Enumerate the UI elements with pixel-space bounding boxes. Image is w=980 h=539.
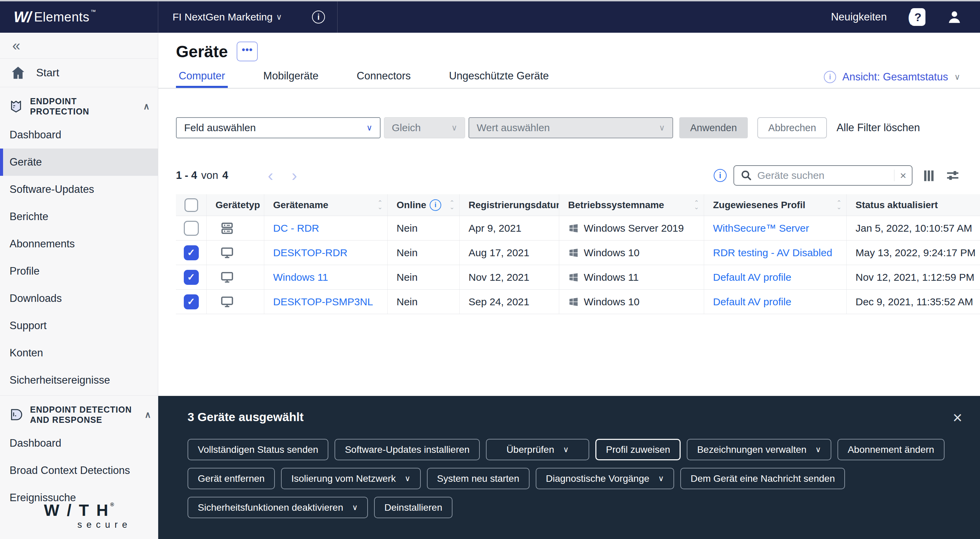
install-software-updates-button[interactable]: Software-Updates installieren — [334, 439, 480, 460]
os-name: Windows 10 — [584, 296, 640, 308]
chevron-down-icon: ∨ — [659, 123, 665, 133]
collapse-sidebar-icon[interactable]: « — [12, 38, 20, 53]
sidebar-item-label: Broad Context Detections — [10, 464, 130, 477]
apply-filter-button[interactable]: Anwenden — [679, 117, 748, 138]
column-header-betriebssystemname[interactable]: Betriebssystemname ⌃⌄ — [559, 194, 704, 216]
help-icon[interactable]: ( ? — [908, 8, 926, 26]
device-name-link[interactable]: Windows 11 — [273, 271, 328, 283]
row-checkbox[interactable]: ✓ — [184, 245, 199, 260]
tab-mobilgeraete[interactable]: Mobilgeräte — [261, 66, 321, 88]
previous-page-icon[interactable]: ‹ — [268, 167, 273, 184]
sort-icon[interactable]: ⌃⌄ — [694, 201, 699, 209]
sidebar: « Start ENDPOINT PROTECTION ∧ Dashboard … — [0, 33, 158, 539]
device-name-link[interactable]: DESKTOP-PSMP3NL — [273, 296, 373, 308]
search-input[interactable] — [757, 170, 889, 181]
change-subscription-button[interactable]: Abonnement ändern — [837, 439, 945, 460]
registration-date: Aug 17, 2021 — [469, 247, 530, 258]
news-link[interactable]: Neuigkeiten — [831, 11, 887, 23]
more-actions-button[interactable]: ••• — [237, 41, 258, 61]
column-header-geraetetyp[interactable]: Gerätetyp ⌃⌄ — [207, 194, 264, 216]
sidebar-item-abonnements[interactable]: Abonnements — [0, 230, 158, 258]
table-row[interactable]: ✓ DESKTOP-PSMP3NL Nein Sep 24, 2021 Wind… — [176, 290, 980, 314]
select-all-checkbox[interactable]: ✓ — [185, 198, 198, 212]
filter-field-select[interactable]: Feld auswählen ∨ — [176, 117, 380, 138]
filter-operator-select[interactable]: Gleich ∨ — [384, 117, 465, 138]
column-settings-icon[interactable] — [921, 168, 936, 183]
chevron-down-icon: ∨ — [954, 72, 960, 82]
clear-all-filters-link[interactable]: Alle Filter löschen — [837, 122, 920, 134]
table-row[interactable]: ✓ Windows 11 Nein Nov 12, 2021 Windows 1… — [176, 265, 980, 290]
sidebar-item-geraete[interactable]: Geräte — [0, 149, 158, 176]
send-full-status-button[interactable]: Vollständigen Status senden — [188, 439, 328, 460]
status-updated: May 13, 2022, 9:24:17 PM — [856, 247, 975, 258]
uninstall-button[interactable]: Deinstallieren — [374, 497, 452, 518]
cancel-filter-button[interactable]: Abbrechen — [757, 117, 827, 138]
user-account-icon[interactable] — [947, 9, 962, 25]
remove-device-button[interactable]: Gerät entfernen — [188, 468, 275, 489]
tab-computer[interactable]: Computer — [176, 66, 228, 88]
column-header-online[interactable]: Online i ⌃⌄ — [388, 194, 460, 216]
network-isolation-dropdown-button[interactable]: Isolierung vom Netzwerk∨ — [281, 468, 420, 489]
row-checkbox[interactable]: ✓ — [184, 294, 199, 309]
send-message-button[interactable]: Dem Gerät eine Nachricht senden — [680, 468, 845, 489]
clear-search-icon[interactable]: × — [900, 169, 906, 182]
disable-security-dropdown-button[interactable]: Sicherheitsfunktionen deaktivieren∨ — [188, 497, 368, 518]
org-selector[interactable]: FI NextGen Marketing ∨ i — [158, 2, 337, 33]
sidebar-item-downloads[interactable]: Downloads — [0, 285, 158, 312]
table-row[interactable]: ✓ DESKTOP-RDR Nein Aug 17, 2021 Windows … — [176, 241, 980, 265]
registration-date: Sep 24, 2021 — [469, 296, 530, 308]
restart-system-button[interactable]: System neu starten — [427, 468, 530, 489]
row-checkbox[interactable]: ✓ — [184, 270, 199, 285]
column-header-status-aktualisiert[interactable]: Status aktualisiert — [847, 194, 980, 216]
sidebar-item-dashboard[interactable]: Dashboard — [0, 121, 158, 149]
sidebar-item-software-updates[interactable]: Software-Updates — [0, 176, 158, 203]
os-name: Windows 11 — [584, 271, 639, 283]
device-search[interactable]: × — [733, 165, 913, 186]
sidebar-item-profile[interactable]: Profile — [0, 258, 158, 285]
sort-icon[interactable]: ⌃⌄ — [449, 201, 455, 209]
sort-icon[interactable]: ⌃⌄ — [837, 201, 842, 209]
assigned-profile-link[interactable]: Default AV profile — [713, 271, 791, 283]
org-info-icon[interactable]: i — [312, 11, 325, 24]
row-checkbox[interactable]: ✓ — [184, 221, 199, 236]
table-row[interactable]: ✓ DC - RDR Nein Apr 9, 2021 Windows Serv… — [176, 216, 980, 241]
column-header-registrierungsdatum[interactable]: Registrierungsdatum ⌃⌄ — [460, 194, 559, 216]
scan-dropdown-button[interactable]: Überprüfen∨ — [486, 439, 589, 460]
diagnostics-dropdown-button[interactable]: Diagnostische Vorgänge∨ — [536, 468, 674, 489]
filter-operator-value: Gleich — [392, 122, 421, 133]
device-name-link[interactable]: DESKTOP-RDR — [273, 247, 347, 258]
sidebar-item-edr-dashboard[interactable]: Dashboard — [0, 430, 158, 457]
assigned-profile-link[interactable]: WithSecure™ Server — [713, 222, 809, 234]
chevron-down-icon: ∨ — [658, 474, 664, 483]
assign-profile-button[interactable]: Profil zuweisen — [595, 439, 681, 460]
sort-icon[interactable]: ⌃⌄ — [377, 201, 383, 209]
sidebar-item-berichte[interactable]: Berichte — [0, 203, 158, 230]
section-edr[interactable]: ENDPOINT DETECTION AND RESPONSE ∧ — [0, 396, 158, 430]
table-info-icon[interactable]: i — [714, 169, 727, 182]
filter-value-select[interactable]: Wert auswählen ∨ — [469, 117, 673, 138]
section-endpoint-protection[interactable]: ENDPOINT PROTECTION ∧ — [0, 87, 158, 121]
manage-labels-dropdown-button[interactable]: Bezeichnungen verwalten∨ — [687, 439, 831, 460]
column-header-zugewiesenes-profil[interactable]: Zugewiesenes Profil ⌃⌄ — [704, 194, 847, 216]
next-page-icon[interactable]: › — [291, 167, 297, 184]
sidebar-item-support[interactable]: Support — [0, 312, 158, 339]
view-selector[interactable]: i Ansicht: Gesamtstatus ∨ — [824, 71, 960, 83]
column-header-geraetename[interactable]: Gerätename ⌃⌄ — [264, 194, 388, 216]
assigned-profile-link[interactable]: RDR testing - AV Disabled — [713, 247, 832, 258]
sidebar-item-start[interactable]: Start — [0, 59, 158, 87]
chevron-down-icon: ∨ — [366, 123, 372, 133]
close-icon[interactable]: × — [953, 409, 962, 426]
sidebar-item-konten[interactable]: Konten — [0, 339, 158, 366]
device-name-link[interactable]: DC - RDR — [273, 222, 319, 234]
table-filter-settings-icon[interactable] — [945, 168, 960, 183]
layout: « Start ENDPOINT PROTECTION ∧ Dashboard … — [0, 33, 980, 539]
tab-ungeschuetzte-geraete[interactable]: Ungeschützte Geräte — [446, 66, 552, 88]
online-info-icon[interactable]: i — [430, 199, 441, 211]
tab-connectors[interactable]: Connectors — [354, 66, 414, 88]
view-info-icon[interactable]: i — [824, 71, 836, 83]
assigned-profile-link[interactable]: Default AV profile — [713, 296, 791, 308]
sidebar-item-label: Geräte — [10, 156, 42, 168]
sidebar-item-broad-context-detections[interactable]: Broad Context Detections — [0, 457, 158, 484]
sidebar-item-sicherheitsereignisse[interactable]: Sicherheitsereignisse — [0, 366, 158, 394]
desktop-icon — [220, 294, 235, 309]
